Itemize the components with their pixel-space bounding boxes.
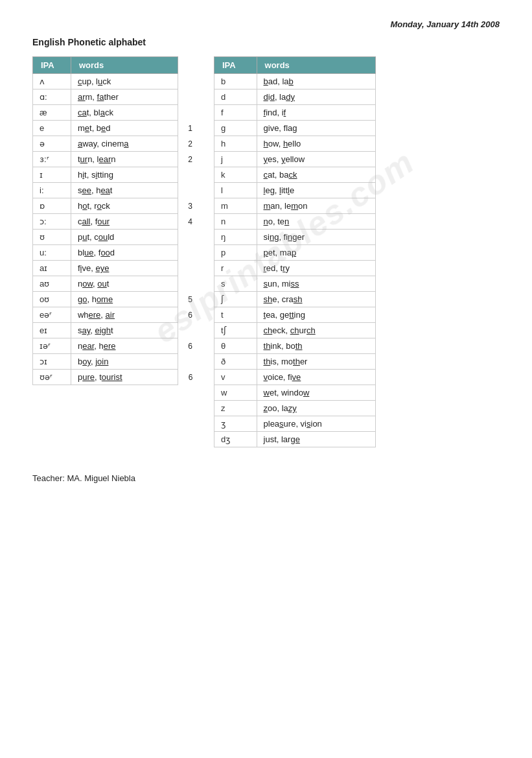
left-words-cell: now, out: [71, 276, 178, 292]
left-table-row: ɒhot, rock3: [33, 198, 194, 214]
right-words-cell: leg, little: [257, 183, 375, 198]
left-header-ipa: IPA: [33, 57, 71, 74]
right-table-row: ŋsing, finger: [214, 230, 376, 245]
right-table-row: θthink, both: [214, 338, 376, 354]
left-ipa-cell: aɪ: [33, 261, 71, 276]
left-words-cell: pure, tourist: [71, 370, 178, 385]
footer-teacher: Teacher: MA. Miguel Niebla: [32, 473, 500, 483]
right-words-cell: bad, lab: [257, 74, 375, 89]
left-num-cell: 6: [178, 338, 194, 354]
left-words-cell: met, bed: [71, 121, 178, 136]
left-words-cell: cat, black: [71, 105, 178, 121]
left-ipa-cell: eɪ: [33, 323, 71, 338]
tables-container: IPA words ʌcup, luckɑ:arm, fatheræcat, b…: [32, 56, 500, 447]
left-ipa-cell: ɜ:ʳ: [33, 152, 71, 167]
left-ipa-cell: æ: [33, 105, 71, 121]
right-words-cell: give, flag: [257, 121, 375, 136]
left-ipa-cell: aʊ: [33, 276, 71, 292]
left-num-cell: [178, 230, 194, 245]
left-ipa-cell: ɔ:: [33, 214, 71, 230]
left-num-cell: 6: [178, 370, 194, 385]
left-words-cell: five, eye: [71, 261, 178, 276]
left-ipa-cell: e: [33, 121, 71, 136]
right-ipa-cell: t: [214, 307, 257, 323]
left-ipa-cell: ɒ: [33, 198, 71, 214]
left-ipa-cell: ʊəʳ: [33, 370, 71, 385]
left-words-cell: arm, father: [71, 89, 178, 105]
left-num-cell: [178, 323, 194, 338]
right-words-cell: pleasure, vision: [257, 416, 375, 432]
right-ipa-cell: n: [214, 214, 257, 230]
right-ipa-cell: g: [214, 121, 257, 136]
right-table-wrapper: IPA words bbad, labddid, ladyffind, ifgg…: [214, 56, 376, 447]
right-words-cell: how, hello: [257, 136, 375, 152]
left-table-row: ʌcup, luck: [33, 74, 194, 89]
left-table-row: u:blue, food: [33, 245, 194, 261]
left-table-row: aɪfive, eye: [33, 261, 194, 276]
left-num-cell: [178, 89, 194, 105]
left-words-cell: turn, learn: [71, 152, 178, 167]
left-words-cell: say, eight: [71, 323, 178, 338]
right-table-row: zzoo, lazy: [214, 401, 376, 416]
left-num-cell: 4: [178, 214, 194, 230]
left-words-cell: away, cinema: [71, 136, 178, 152]
right-words-cell: sun, miss: [257, 276, 375, 292]
right-ipa-cell: s: [214, 276, 257, 292]
right-ipa-cell: d: [214, 89, 257, 105]
left-table-row: oʊgo, home5: [33, 292, 194, 307]
right-table-row: tʃcheck, church: [214, 323, 376, 338]
left-num-cell: [178, 183, 194, 198]
right-words-cell: no, ten: [257, 214, 375, 230]
right-words-cell: find, if: [257, 105, 375, 121]
left-words-cell: hit, sitting: [71, 167, 178, 183]
left-ipa-cell: ɑ:: [33, 89, 71, 105]
right-words-cell: check, church: [257, 323, 375, 338]
left-ipa-cell: i:: [33, 183, 71, 198]
left-words-cell: cup, luck: [71, 74, 178, 89]
right-words-cell: she, crash: [257, 292, 375, 307]
right-table-row: ðthis, mother: [214, 354, 376, 370]
right-table-row: lleg, little: [214, 183, 376, 198]
right-words-cell: red, try: [257, 261, 375, 276]
left-header-words: words: [71, 57, 178, 74]
left-ipa-cell: ɪəʳ: [33, 338, 71, 354]
left-num-cell: 2: [178, 152, 194, 167]
right-words-cell: pet, map: [257, 245, 375, 261]
right-ipa-cell: ʒ: [214, 416, 257, 432]
right-table-row: rred, try: [214, 261, 376, 276]
right-words-cell: yes, yellow: [257, 152, 375, 167]
right-words-cell: think, both: [257, 338, 375, 354]
right-table-row: ttea, getting: [214, 307, 376, 323]
left-words-cell: put, could: [71, 230, 178, 245]
right-words-cell: cat, back: [257, 167, 375, 183]
right-table-row: ddid, lady: [214, 89, 376, 105]
left-words-cell: call, four: [71, 214, 178, 230]
right-ipa-cell: l: [214, 183, 257, 198]
left-table-row: ɜ:ʳturn, learn2: [33, 152, 194, 167]
left-table-row: aʊnow, out: [33, 276, 194, 292]
right-words-cell: zoo, lazy: [257, 401, 375, 416]
right-words-cell: wet, window: [257, 385, 375, 401]
right-words-cell: this, mother: [257, 354, 375, 370]
date-line: Monday, January 14th 2008: [32, 19, 500, 29]
left-words-cell: hot, rock: [71, 198, 178, 214]
page-title: English Phonetic alphabet: [32, 37, 500, 47]
right-words-cell: did, lady: [257, 89, 375, 105]
right-words-cell: man, lemon: [257, 198, 375, 214]
right-table-row: dʒjust, large: [214, 432, 376, 447]
left-table-row: ɔɪboy, join: [33, 354, 194, 370]
right-header-ipa: IPA: [214, 57, 257, 74]
left-ipa-cell: ʌ: [33, 74, 71, 89]
left-num-cell: 5: [178, 292, 194, 307]
right-ipa-cell: m: [214, 198, 257, 214]
right-ipa-cell: j: [214, 152, 257, 167]
right-table-row: ggive, flag: [214, 121, 376, 136]
right-ipa-cell: ð: [214, 354, 257, 370]
right-ipa-cell: f: [214, 105, 257, 121]
right-ipa-cell: ŋ: [214, 230, 257, 245]
left-ipa-cell: u:: [33, 245, 71, 261]
left-table-row: ɪhit, sitting: [33, 167, 194, 183]
right-table-row: kcat, back: [214, 167, 376, 183]
right-ipa-cell: p: [214, 245, 257, 261]
right-words-cell: voice, five: [257, 370, 375, 385]
